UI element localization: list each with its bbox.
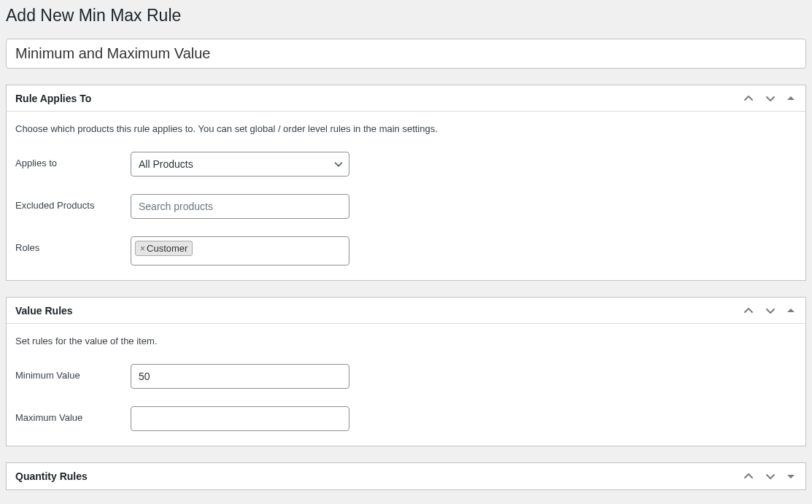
chevron-up-icon [743,305,754,317]
applies-to-label: Applies to [15,152,131,168]
panel-body: Set rules for the value of the item. Min… [7,324,805,446]
page-title: Add New Min Max Rule [6,6,806,26]
chevron-up-icon [743,93,754,104]
panel-header: Value Rules [7,298,805,324]
panel-help-text: Set rules for the value of the item. [15,336,797,346]
move-up-button[interactable] [741,303,756,318]
field-applies-to: Applies to All Products [15,152,797,177]
excluded-products-input[interactable] [131,194,349,219]
move-down-button[interactable] [763,91,778,106]
toggle-panel-button[interactable] [785,470,797,482]
field-excluded-products: Excluded Products [15,194,797,219]
roles-input[interactable]: × Customer [131,236,349,265]
panel-header: Quantity Rules [7,463,805,489]
excluded-products-label: Excluded Products [15,194,131,211]
role-tag-label: Customer [147,243,187,254]
minimum-value-input[interactable] [131,364,349,389]
remove-tag-icon[interactable]: × [140,244,145,254]
maximum-value-label: Maximum Value [15,406,131,423]
minimum-value-label: Minimum Value [15,364,131,381]
panel-body: Choose which products this rule applies … [7,112,805,280]
caret-up-icon [786,94,795,103]
applies-to-value: All Products [139,158,193,170]
applies-to-select[interactable]: All Products [131,152,349,177]
chevron-down-icon [765,93,776,104]
chevron-down-icon [765,470,776,482]
panel-header: Rule Applies To [7,85,805,112]
chevron-up-icon [743,470,754,482]
field-maximum-value: Maximum Value [15,406,797,431]
panel-controls [741,469,797,484]
field-roles: Roles × Customer [15,236,797,265]
chevron-down-icon [765,305,776,317]
caret-up-icon [786,306,795,315]
panel-title: Quantity Rules [15,470,88,482]
toggle-panel-button[interactable] [785,305,797,317]
panel-rule-applies-to: Rule Applies To Choose which products th… [6,85,806,281]
maximum-value-input[interactable] [131,406,349,431]
panel-quantity-rules: Quantity Rules [6,462,806,490]
move-down-button[interactable] [763,303,778,318]
field-minimum-value: Minimum Value [15,364,797,389]
caret-down-icon [786,472,795,481]
panel-controls [741,303,797,318]
panel-title: Rule Applies To [15,93,91,104]
toggle-panel-button[interactable] [785,93,797,104]
panel-title: Value Rules [15,305,73,317]
panel-controls [741,91,797,106]
rule-title-input[interactable] [6,39,806,69]
roles-label: Roles [15,236,131,253]
move-up-button[interactable] [741,91,756,106]
move-down-button[interactable] [763,469,778,484]
panel-help-text: Choose which products this rule applies … [15,123,797,134]
move-up-button[interactable] [741,469,756,484]
role-tag: × Customer [135,241,193,256]
panel-value-rules: Value Rules Set rules for the value of t… [6,297,806,446]
